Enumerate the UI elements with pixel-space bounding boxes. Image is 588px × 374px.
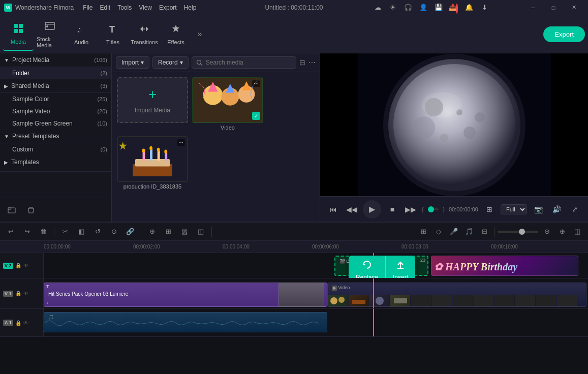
save-icon[interactable]: 💾 [434, 3, 444, 13]
record-button[interactable]: Record ▾ [152, 56, 189, 69]
close-button[interactable]: ✕ [564, 0, 584, 15]
sidebar-templates[interactable]: ▶ Templates [0, 155, 111, 169]
toolbar-media[interactable]: Media [3, 18, 34, 51]
eye-a1-icon[interactable]: 👁 [23, 320, 28, 326]
sidebar-project-media[interactable]: ▼ Project Media (106) [0, 53, 111, 67]
sidebar-item-sample-color[interactable]: Sample Color (25) [0, 93, 111, 105]
sidebar-preset-templates[interactable]: ▼ Preset Templates [0, 130, 111, 143]
new-folder-button[interactable] [4, 202, 19, 217]
titles-label: Titles [106, 39, 119, 45]
menu-edit[interactable]: Edit [100, 4, 111, 11]
video2-label: production ID_3831835 [117, 182, 188, 191]
play-button[interactable]: ▶ [363, 200, 381, 219]
search-input[interactable] [206, 59, 292, 66]
toolbar-more[interactable]: » [192, 26, 207, 42]
v1-number: V 1 [3, 291, 13, 297]
toolbar-effects[interactable]: Effects [161, 18, 191, 51]
menu-help[interactable]: Help [184, 4, 197, 11]
zoom-in-button[interactable]: ⊕ [555, 225, 569, 238]
split-button[interactable]: ⊞ [162, 225, 175, 238]
menu-view[interactable]: View [139, 4, 152, 11]
rotate-button[interactable]: ↺ [91, 225, 104, 238]
step-forward-button[interactable]: ▶▶ [404, 202, 418, 216]
toolbar-audio[interactable]: ♪ Audio [66, 18, 97, 51]
toolbar-stock-media[interactable]: Stock Media [35, 18, 65, 51]
grid-view-icon[interactable]: ⋯ [308, 58, 316, 67]
import-placeholder[interactable]: + Import Media [117, 77, 188, 132]
happy-birthday-clip[interactable]: ✿ HAPPY Birthday [431, 256, 578, 276]
eye-v2-icon[interactable]: 👁 [23, 263, 28, 268]
eye-v1-icon[interactable]: 👁 [23, 291, 28, 296]
filter-icon[interactable]: ⊟ [299, 58, 305, 67]
svg-point-15 [197, 60, 201, 64]
video-clip[interactable]: Video [327, 283, 586, 307]
effects-btn[interactable]: ⊙ [107, 225, 120, 238]
compressed-clip[interactable] [278, 283, 324, 307]
minimize-button[interactable]: ─ [523, 0, 543, 15]
divider-1 [54, 227, 54, 237]
svg-rect-29 [158, 150, 160, 160]
insert-button[interactable]: Insert [386, 256, 415, 278]
delete-button[interactable] [23, 202, 39, 217]
quality-selector[interactable]: Full 1/2 1/4 [501, 204, 527, 214]
delete-clip-button[interactable]: 🗑 [37, 225, 50, 238]
sidebar-item-folder[interactable]: Folder (2) [0, 67, 111, 79]
record-tl-button[interactable]: ⊞ [417, 225, 430, 238]
undo-button[interactable]: ↩ [4, 225, 17, 238]
snapshot-button[interactable]: 📷 [531, 202, 545, 216]
media-item-video2[interactable]: ⋯ production ID_3831835 [117, 136, 188, 191]
redo-button[interactable]: ↪ [20, 225, 34, 238]
zoom-slider[interactable] [498, 231, 538, 233]
stop-button[interactable]: ■ [385, 202, 399, 216]
zoom-out-button[interactable]: ⊖ [540, 225, 553, 238]
toolbar-titles[interactable]: T Titles [98, 18, 128, 51]
import-chevron-icon: ▾ [141, 59, 144, 66]
notification-icon[interactable]: 🔔 [464, 3, 474, 13]
speed-button[interactable]: ▨ [178, 225, 191, 238]
fit-window-button[interactable]: ⊞ [482, 202, 497, 216]
svg-rect-30 [165, 152, 167, 161]
cut-button[interactable]: ✂ [58, 225, 72, 238]
preview-screen[interactable] [320, 53, 588, 196]
sun-icon[interactable]: ☀ [388, 3, 398, 13]
audio-clip[interactable]: 🎵 [44, 312, 327, 332]
media-item-video1[interactable]: ⋯ ✓ Video [192, 77, 263, 132]
color-button[interactable]: ◫ [194, 225, 207, 238]
lock-v1-icon[interactable]: 🔒 [15, 291, 21, 296]
svg-point-42 [413, 116, 435, 139]
add-track-button[interactable]: ⊕ [145, 225, 159, 238]
silence-button[interactable]: ⊟ [478, 225, 491, 238]
sidebar-shared-media[interactable]: ▶ Shared Media (3) [0, 79, 111, 93]
lock-a1-icon[interactable]: 🔒 [15, 320, 21, 326]
fullscreen-button[interactable]: ⤢ [568, 202, 582, 216]
step-back-button[interactable]: ◀◀ [345, 202, 359, 216]
prev-frame-button[interactable]: ⏮ [326, 202, 341, 216]
sidebar-item-sample-video[interactable]: Sample Video (20) [0, 105, 111, 117]
replace-button[interactable]: Replace [349, 256, 386, 278]
menu-export[interactable]: Export [159, 4, 177, 11]
crop-button[interactable]: ◧ [75, 225, 88, 238]
folder-count: (2) [101, 70, 107, 76]
maximize-button[interactable]: □ [543, 0, 564, 15]
inbox-icon[interactable]: 📥 [449, 3, 459, 13]
toolbar-transitions[interactable]: Transitions [129, 18, 160, 51]
fit-timeline-button[interactable]: ◫ [571, 225, 584, 238]
menu-tools[interactable]: Tools [117, 4, 132, 11]
cloud-icon[interactable]: ☁ [373, 3, 383, 13]
timeline-scrubber[interactable] [428, 208, 439, 210]
export-button[interactable]: Export [543, 26, 585, 42]
menu-file[interactable]: File [83, 4, 92, 11]
effects-icon [170, 23, 181, 37]
sidebar-item-sample-green[interactable]: Sample Green Screen (10) [0, 117, 111, 130]
account-icon[interactable]: 👤 [418, 3, 428, 13]
download-icon[interactable]: ⬇ [479, 3, 489, 13]
volume-button[interactable]: 🔊 [549, 202, 564, 216]
audio-tl-button[interactable]: 🎵 [462, 225, 476, 238]
marker-button[interactable]: ◇ [432, 225, 445, 238]
import-button[interactable]: Import ▾ [116, 56, 149, 69]
voiceover-button[interactable]: 🎤 [447, 225, 460, 238]
sidebar-item-custom[interactable]: Custom (0) [0, 143, 111, 155]
headset-icon[interactable]: 🎧 [403, 3, 413, 13]
link-button[interactable]: 🔗 [123, 225, 137, 238]
lock-v2-icon[interactable]: 🔒 [15, 263, 21, 268]
